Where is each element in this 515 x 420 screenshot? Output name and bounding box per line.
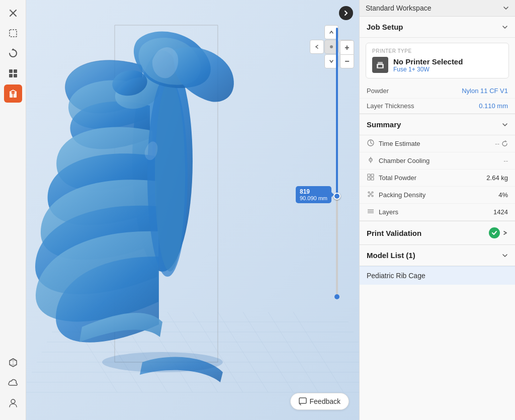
model-list-collapse-icon — [502, 253, 508, 259]
svg-point-12 — [11, 399, 15, 403]
job-setup-header[interactable]: Job Setup — [360, 17, 515, 38]
user-button[interactable] — [4, 394, 22, 412]
print-validation-arrow-icon — [503, 230, 508, 235]
svg-point-49 — [370, 159, 372, 161]
job-setup-section: Job Setup PRINTER TYPE No Printer Select… — [360, 17, 515, 114]
summary-header[interactable]: Summary — [360, 114, 515, 135]
printer-card: PRINTER TYPE No Printer Selected Fuse 1+… — [366, 43, 509, 78]
svg-point-2 — [10, 10, 12, 12]
svg-rect-46 — [378, 65, 382, 67]
svg-rect-42 — [299, 398, 306, 403]
powder-icon — [367, 174, 375, 182]
validation-check-icon — [489, 227, 500, 238]
time-estimate-row: Time Estimate -- — [360, 135, 515, 152]
time-estimate-value: -- — [495, 140, 499, 147]
printer-name: No Printer Selected — [393, 57, 463, 66]
left-toolbar — [0, 0, 26, 420]
svg-point-56 — [368, 192, 370, 193]
nav-left-button[interactable] — [310, 40, 324, 54]
workspace-title: Standard Workspace — [366, 4, 431, 12]
workspace-dropdown-icon — [503, 5, 509, 11]
layer-tooltip: 819 90.090 mm — [296, 186, 331, 203]
svg-rect-5 — [9, 69, 13, 73]
main-viewport[interactable]: + − 819 90.090 mm Feedback — [26, 0, 359, 420]
model-item-name: Pediatric Rib Cage — [367, 272, 425, 280]
svg-rect-54 — [368, 178, 370, 180]
time-estimate-refresh-icon[interactable] — [501, 140, 508, 147]
layer-slider-handle[interactable] — [333, 193, 340, 200]
svg-rect-53 — [371, 174, 374, 177]
cube-view-button[interactable] — [4, 354, 22, 372]
svg-point-58 — [368, 195, 370, 197]
chamber-cooling-row: Chamber Cooling -- — [360, 152, 515, 170]
summary-title: Summary — [367, 120, 401, 129]
svg-rect-6 — [14, 69, 17, 73]
printer-info: No Printer Selected Fuse 1+ 30W — [372, 57, 502, 73]
right-panel: Standard Workspace Job Setup PRINTER TYP… — [359, 0, 515, 420]
panel-toggle-button[interactable] — [339, 6, 353, 20]
printer-model: Fuse 1+ 30W — [393, 66, 463, 73]
svg-marker-4 — [12, 48, 15, 50]
cloud-button[interactable] — [4, 374, 22, 392]
time-icon — [367, 139, 375, 148]
powder-spec-row: Powder Nylon 11 CF V1 — [360, 83, 515, 99]
time-estimate-label: Time Estimate — [379, 140, 420, 147]
zoom-controls: + − — [340, 40, 354, 68]
svg-point-59 — [372, 195, 373, 197]
layer-slider-container: 819 90.090 mm — [336, 28, 338, 314]
packing-density-label: Packing Density — [379, 191, 425, 199]
svg-rect-7 — [9, 74, 13, 77]
close-tool-button[interactable] — [4, 4, 22, 22]
powder-value[interactable]: Nylon 11 CF V1 — [462, 87, 508, 95]
summary-collapse-icon — [502, 122, 508, 128]
layout-tool-button[interactable] — [4, 64, 22, 82]
validation-right — [489, 227, 508, 238]
zoom-out-button[interactable]: − — [340, 54, 354, 68]
model-list-header[interactable]: Model List (1) — [360, 245, 515, 266]
workspace-header[interactable]: Standard Workspace — [360, 0, 515, 17]
rotate-tool-button[interactable] — [4, 44, 22, 62]
feedback-button[interactable]: Feedback — [290, 393, 349, 410]
packing-density-value: 4% — [498, 191, 508, 199]
layer-thickness-value[interactable]: 0.110 mm — [479, 102, 508, 110]
total-powder-row: Total Powder 2.64 kg — [360, 170, 515, 187]
total-powder-label: Total Powder — [379, 174, 416, 182]
print-validation-row[interactable]: Print Validation — [360, 221, 515, 245]
svg-rect-45 — [378, 62, 383, 65]
printer-icon — [372, 57, 388, 73]
model-list-section: Model List (1) Pediatric Rib Cage — [360, 245, 515, 420]
packing-density-row: Packing Density 4% — [360, 187, 515, 204]
print-validation-label: Print Validation — [367, 229, 421, 237]
svg-rect-11 — [12, 92, 15, 94]
zoom-in-button[interactable]: + — [340, 40, 354, 54]
layers-icon — [367, 208, 375, 216]
chamber-cooling-value: -- — [503, 157, 508, 164]
printer-details: No Printer Selected Fuse 1+ 30W — [393, 57, 463, 73]
printer-type-label: PRINTER TYPE — [372, 48, 502, 54]
model-list-item[interactable]: Pediatric Rib Cage — [360, 266, 515, 285]
svg-point-57 — [372, 192, 373, 193]
3d-model-area — [26, 0, 359, 420]
layer-thickness-label: Layer Thickness — [367, 102, 414, 110]
svg-rect-8 — [14, 74, 17, 77]
package-tool-button[interactable] — [4, 85, 22, 103]
svg-rect-52 — [368, 174, 370, 177]
cooling-icon — [367, 156, 375, 165]
layers-value: 1424 — [493, 208, 508, 216]
select-tool-button[interactable] — [4, 24, 22, 42]
powder-label: Powder — [367, 87, 389, 95]
summary-section: Summary Time Estimate -- — [360, 114, 515, 221]
total-powder-value: 2.64 kg — [486, 174, 508, 182]
job-setup-collapse-icon — [502, 24, 508, 30]
layer-thickness-spec-row: Layer Thickness 0.110 mm — [360, 99, 515, 114]
density-icon — [367, 191, 375, 199]
svg-point-41 — [102, 352, 223, 372]
svg-rect-3 — [10, 30, 17, 37]
layer-slider-fill — [336, 28, 338, 196]
model-list-title: Model List (1) — [367, 251, 415, 260]
svg-point-40 — [155, 80, 185, 272]
layer-slider-track[interactable]: 819 90.090 mm — [336, 28, 338, 299]
layers-label: Layers — [379, 208, 398, 216]
layers-row: Layers 1424 — [360, 204, 515, 221]
layer-slider-bottom-handle — [334, 294, 339, 299]
